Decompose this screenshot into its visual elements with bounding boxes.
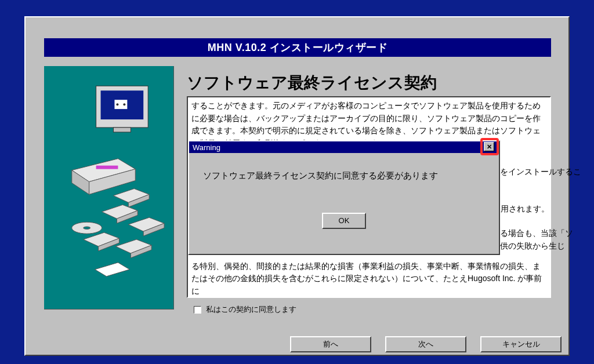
- next-button[interactable]: 次へ: [385, 336, 466, 352]
- window-title: MHN V.10.2 インストールウィザード: [44, 38, 551, 57]
- wizard-window: MHN V.10.2 インストールウィザード: [24, 16, 570, 356]
- nav-button-row: 前へ 次へ キャンセル: [290, 336, 562, 352]
- page-heading: ソフトウェア最終ライセンス契約: [187, 72, 437, 94]
- warning-message: ソフトウェア最終ライセンス契約に同意する必要があります: [189, 153, 499, 195]
- eula-fragment: をインストールするこ: [500, 166, 549, 179]
- close-button[interactable]: ✕: [484, 142, 494, 151]
- computer-illustration-icon: [44, 66, 173, 309]
- svg-point-21: [84, 227, 90, 229]
- side-graphic: [44, 66, 174, 310]
- agree-checkbox[interactable]: [194, 306, 201, 314]
- svg-rect-5: [113, 128, 131, 132]
- agree-checkbox-row[interactable]: 私はこの契約に同意します: [194, 304, 296, 315]
- eula-fragment: 供の失敗から生じ: [500, 240, 549, 253]
- svg-point-3: [116, 103, 118, 105]
- eula-fragment: 用されます。: [500, 203, 549, 216]
- agree-checkbox-label: 私はこの契約に同意します: [206, 304, 296, 315]
- eula-fragment: る場合も、当該「ソ: [500, 227, 549, 240]
- prev-button[interactable]: 前へ: [290, 336, 371, 352]
- eula-paragraph: る特別、偶発的、間接的または結果的な損害（事業利益の損失、事業中断、事業情報の損…: [191, 260, 546, 298]
- close-icon: ✕: [487, 143, 492, 151]
- warning-dialog: Warning ✕ ソフトウェア最終ライセンス契約に同意する必要があります OK: [188, 140, 500, 255]
- svg-marker-22: [95, 263, 130, 276]
- cancel-button[interactable]: キャンセル: [480, 336, 562, 352]
- svg-rect-9: [96, 166, 118, 169]
- warning-title: Warning: [193, 143, 220, 152]
- warning-titlebar: Warning ✕: [189, 141, 499, 153]
- ok-button[interactable]: OK: [322, 213, 366, 229]
- svg-point-4: [123, 103, 125, 105]
